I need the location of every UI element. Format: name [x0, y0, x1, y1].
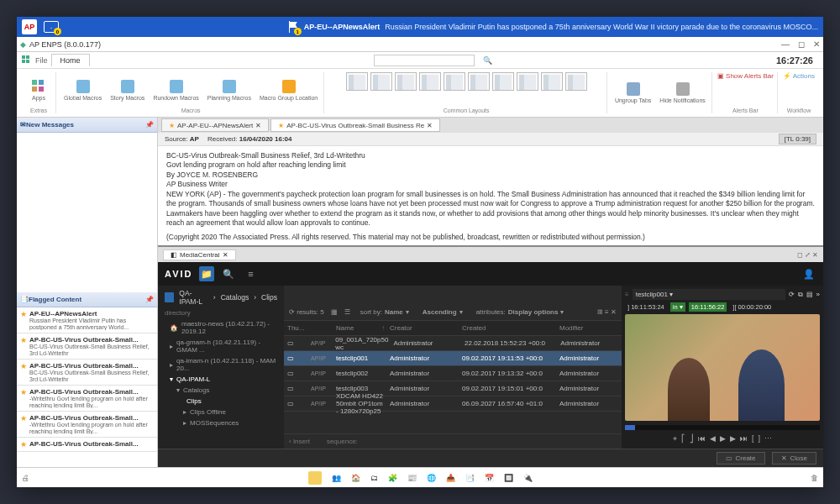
hide-notifications-button[interactable]: Hide Notifications: [657, 72, 707, 113]
mail-button[interactable]: 0: [44, 21, 59, 33]
play-icon[interactable]: ▶: [720, 434, 726, 444]
video-preview[interactable]: [625, 314, 820, 421]
mc-tab[interactable]: ◧ MediaCentral ✕: [163, 249, 236, 260]
trash-icon[interactable]: 🗑: [811, 474, 818, 482]
search-icon[interactable]: 🔍: [221, 266, 236, 281]
step-fwd-icon[interactable]: ▶: [730, 434, 736, 444]
close-button[interactable]: ✕: [813, 39, 820, 49]
layout-option[interactable]: [346, 72, 368, 91]
table-row[interactable]: ▭AP/IPtestclip001Administrator09.02.2017…: [284, 351, 622, 366]
tb-icon[interactable]: 🗂: [370, 474, 378, 482]
story-tab-1[interactable]: ★AP-AP-EU--APNewsAlert ✕: [161, 118, 269, 132]
tb-icon[interactable]: 🔲: [504, 474, 513, 482]
ungroup-tabs-button[interactable]: Ungroup Tabs: [612, 72, 654, 113]
tree-item[interactable]: Clips: [161, 396, 281, 407]
actions-button[interactable]: ⚡ Actions: [783, 72, 815, 80]
alert-flag-button[interactable]: 1: [287, 21, 299, 33]
close-button[interactable]: ✕ Close: [772, 452, 816, 465]
layout-toggle-icon[interactable]: ⊞ ≡ ✕: [597, 308, 617, 316]
tab-file[interactable]: File: [35, 56, 48, 65]
flagged-item[interactable]: ★AP-BC-US-Virus Outbreak-Small...BC-US-V…: [17, 360, 157, 386]
mark-in-icon[interactable]: ⎡: [681, 434, 685, 444]
attributes-dropdown[interactable]: attributes: Display options ▾: [473, 307, 568, 317]
table-row[interactable]: ▭AP/IPXDCAM HD422 50mbit OP1tom - 1280x7…: [284, 396, 622, 412]
nav-icon[interactable]: ⌖: [673, 434, 677, 444]
sync-icon[interactable]: ⟳: [789, 291, 795, 298]
printer-icon[interactable]: 🖨: [22, 474, 29, 482]
mc-directory-tree[interactable]: QA-IPAM-L › Catalogs › Clips directory 🏠…: [158, 286, 284, 449]
app-menu-icon[interactable]: [22, 55, 32, 66]
create-button[interactable]: ▭ Create: [717, 452, 765, 465]
tb-icon[interactable]: 🌐: [427, 474, 436, 482]
planning-macros-button[interactable]: Planning Macros: [205, 72, 254, 108]
tree-item[interactable]: ▾Catalogs: [161, 385, 281, 396]
layout-option[interactable]: [517, 72, 538, 91]
info-icon[interactable]: ▤: [806, 291, 813, 298]
story-tab-2[interactable]: ★AP-BC-US-Virus Outbreak-Small Business …: [270, 118, 440, 132]
macro-group-location-button[interactable]: Macro Group Location: [257, 72, 320, 108]
story-body[interactable]: BC-US-Virus Outbreak-Small Business Reli…: [158, 146, 823, 245]
goto-out-icon[interactable]: ]: [759, 434, 761, 444]
flagged-item[interactable]: ★AP-BC-US-Virus Outbreak-Small...-Writet…: [17, 412, 157, 438]
sort-by[interactable]: sort by: Name ▾: [357, 307, 412, 317]
rundown-macros-button[interactable]: Rundown Macros: [150, 72, 201, 108]
tb-icon[interactable]: 📥: [446, 474, 455, 482]
table-row[interactable]: ▭AP/IPtestclip002Administrator09.02.2017…: [284, 366, 622, 381]
tree-item[interactable]: ▾QA-IPAM-L: [161, 374, 281, 385]
show-alerts-bar-button[interactable]: ▣ Show Alerts Bar: [717, 72, 774, 80]
user-icon[interactable]: 👤: [801, 266, 816, 281]
layout-option[interactable]: [370, 72, 392, 91]
layout-option[interactable]: [395, 72, 417, 91]
tree-item[interactable]: ▸qa-imam-n (10.42.21.118) - MAM 20...: [161, 355, 281, 374]
new-messages-header[interactable]: ✉ New Messages📌: [17, 118, 157, 133]
tree-item[interactable]: ▸MOSSequences: [161, 417, 281, 428]
view-icon[interactable]: ⧉: [798, 291, 803, 299]
skip-back-icon[interactable]: ⏮: [698, 434, 706, 444]
flagged-content-header[interactable]: 📑 Flagged Content📌: [17, 292, 157, 307]
list-view-icon[interactable]: ☰: [344, 308, 350, 316]
tb-icon[interactable]: 📰: [407, 474, 417, 482]
more-icon[interactable]: ⋯: [764, 434, 772, 444]
goto-in-icon[interactable]: [: [752, 434, 754, 444]
layout-option[interactable]: [565, 72, 587, 91]
flagged-item[interactable]: ★AP-BC-US-Virus Outbreak-Small...: [17, 438, 157, 452]
global-macros-button[interactable]: Global Macros: [61, 72, 104, 108]
layout-option[interactable]: [492, 72, 514, 91]
scrub-bar[interactable]: [625, 425, 820, 430]
tb-icon[interactable]: 📅: [485, 474, 494, 482]
flagged-item[interactable]: ★AP-BC-US-Virus Outbreak-Small...-Writet…: [17, 386, 157, 412]
tree-item[interactable]: 🏠maestro-news (10.42.21.72) - 2019.12: [161, 318, 281, 337]
tb-icon[interactable]: 🔌: [523, 474, 533, 482]
step-back-icon[interactable]: ◀: [710, 434, 716, 444]
clip-select[interactable]: testclip001 ▾: [633, 289, 785, 300]
tab-home[interactable]: Home: [51, 54, 90, 66]
tb-icon[interactable]: 🏠: [351, 474, 360, 482]
mark-out-icon[interactable]: ⎦: [690, 434, 694, 444]
grid-view-icon[interactable]: ▦: [331, 308, 338, 316]
tb-icon[interactable]: 📑: [465, 474, 475, 482]
skip-fwd-icon[interactable]: ⏭: [740, 434, 748, 444]
flagged-item[interactable]: ★AP-EU--APNewsAlertRussian President Vla…: [17, 307, 157, 333]
menu-icon[interactable]: ≡: [243, 266, 258, 281]
layout-option[interactable]: [444, 72, 465, 91]
tb-icon[interactable]: 👥: [332, 474, 341, 482]
layout-option[interactable]: [419, 72, 441, 91]
tree-item[interactable]: ▸Clips Offline: [161, 407, 281, 417]
tb-icon[interactable]: 🧩: [388, 474, 397, 482]
browse-icon[interactable]: 📁: [199, 266, 214, 281]
table-row[interactable]: ▭AP/IPtestclip003Administrator09.02.2017…: [284, 381, 622, 396]
layout-option[interactable]: [541, 72, 563, 91]
maximize-button[interactable]: ◻: [798, 39, 805, 49]
minimize-button[interactable]: —: [781, 39, 790, 49]
apps-button[interactable]: Apps: [25, 72, 52, 108]
tree-item[interactable]: ▸qa-gmam-h (10.42.21.119) - GMAM ...: [161, 337, 281, 355]
flagged-item[interactable]: ★AP-BC-US-Virus Outbreak-Small...BC-US-V…: [17, 333, 157, 360]
sort-direction[interactable]: Ascending ▾: [419, 307, 466, 317]
layout-option[interactable]: [468, 72, 490, 91]
breadcrumb[interactable]: QA-IPAM-L › Catalogs › Clips: [161, 289, 281, 306]
table-row[interactable]: ▭AP/IP09_001A_720p50 wcAdministrator22.0…: [284, 336, 622, 351]
search-input[interactable]: [374, 55, 475, 66]
story-macros-button[interactable]: Story Macros: [108, 72, 147, 108]
tb-icon[interactable]: [308, 471, 322, 485]
expand-icon[interactable]: »: [816, 291, 820, 298]
